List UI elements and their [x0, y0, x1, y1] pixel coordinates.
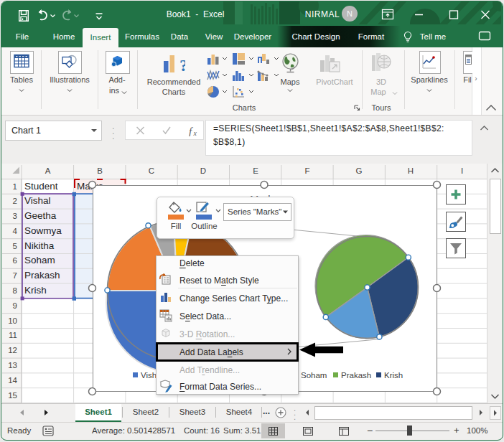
- svg-text:f: f: [189, 126, 193, 136]
- svg-text:x: x: [193, 129, 197, 137]
- svg-text:?: ?: [179, 56, 185, 75]
